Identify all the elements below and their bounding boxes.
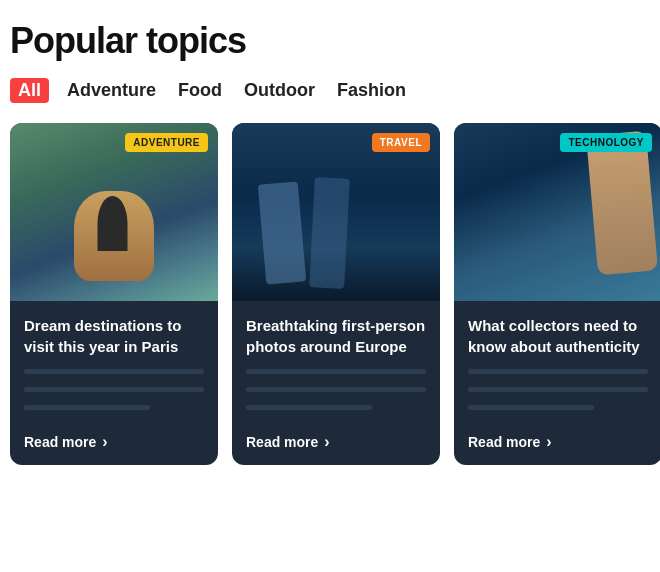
read-more-adventure[interactable]: Read more › [24,433,204,451]
card-body-technology: What collectors need to know about authe… [454,301,660,465]
card-adventure: ADVENTURE Dream destinations to visit th… [10,123,218,465]
card-lines-adventure [24,369,204,417]
card-line-2 [24,387,204,392]
card-technology: TECHNOLOGY What collectors need to know … [454,123,660,465]
card-title-adventure: Dream destinations to visit this year in… [24,315,204,357]
badge-adventure: ADVENTURE [125,133,208,152]
page-title: Popular topics [10,20,650,62]
card-line-2 [468,387,648,392]
filter-food[interactable]: Food [174,78,226,103]
card-line-3 [246,405,372,410]
card-line-3 [24,405,150,410]
chevron-right-icon: › [546,433,551,451]
read-more-label-technology: Read more [468,434,540,450]
card-body-travel: Breathtaking first-person photos around … [232,301,440,465]
card-line-1 [24,369,204,374]
read-more-technology[interactable]: Read more › [468,433,648,451]
chevron-right-icon: › [324,433,329,451]
filter-fashion[interactable]: Fashion [333,78,410,103]
card-line-1 [246,369,426,374]
card-line-3 [468,405,594,410]
filter-outdoor[interactable]: Outdoor [240,78,319,103]
card-lines-travel [246,369,426,417]
card-title-travel: Breathtaking first-person photos around … [246,315,426,357]
filter-bar: All Adventure Food Outdoor Fashion [10,78,650,103]
card-body-adventure: Dream destinations to visit this year in… [10,301,218,465]
card-image-wrapper-travel: TRAVEL [232,123,440,301]
badge-technology: TECHNOLOGY [560,133,652,152]
card-line-1 [468,369,648,374]
read-more-label-travel: Read more [246,434,318,450]
read-more-travel[interactable]: Read more › [246,433,426,451]
card-title-technology: What collectors need to know about authe… [468,315,648,357]
badge-travel: TRAVEL [372,133,430,152]
read-more-label-adventure: Read more [24,434,96,450]
card-travel: TRAVEL Breathtaking first-person photos … [232,123,440,465]
card-lines-technology [468,369,648,417]
cards-container: ADVENTURE Dream destinations to visit th… [10,123,650,465]
filter-adventure[interactable]: Adventure [63,78,160,103]
filter-all[interactable]: All [10,78,49,103]
card-image-wrapper: ADVENTURE [10,123,218,301]
card-line-2 [246,387,426,392]
chevron-right-icon: › [102,433,107,451]
card-image-wrapper-technology: TECHNOLOGY [454,123,660,301]
